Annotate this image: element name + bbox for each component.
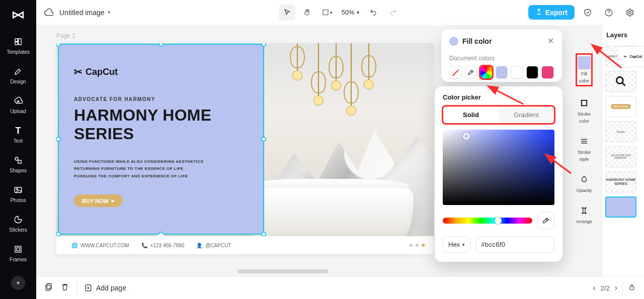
document-title[interactable]: Untitled image ▾: [59, 9, 111, 17]
arrange-tool[interactable]: Arrange: [576, 204, 592, 224]
app-logo[interactable]: [8, 6, 28, 26]
svg-point-11: [629, 11, 631, 14]
layer-thumb-selected[interactable]: [605, 196, 636, 218]
resize-handle[interactable]: [56, 43, 61, 47]
hex-input[interactable]: #bcc6f0: [475, 236, 554, 253]
settings-icon[interactable]: [622, 5, 638, 21]
hue-slider[interactable]: [443, 218, 532, 224]
cursor-tool-button[interactable]: [279, 5, 295, 21]
hue-thumb[interactable]: [495, 217, 502, 224]
doc-color-swatch[interactable]: [496, 66, 508, 79]
layer-thumb[interactable]: ✂ CapCut: [617, 46, 644, 67]
eyedropper-button[interactable]: [465, 66, 477, 79]
sidebar-label-upload: Upload: [10, 109, 26, 114]
layer-thumb[interactable]: [605, 71, 636, 92]
svg-rect-2: [15, 42, 18, 45]
doc-color-swatch[interactable]: [511, 66, 523, 79]
stroke-style-icon: [578, 135, 591, 148]
svg-rect-0: [15, 39, 18, 41]
sidebar-label-templates: Templates: [7, 49, 30, 55]
tab-gradient[interactable]: Gradient: [499, 107, 554, 123]
sv-thumb[interactable]: [463, 133, 470, 140]
stroke-color-tool[interactable]: Stroke color: [578, 96, 591, 124]
layer-thumb[interactable]: lamps: [605, 121, 636, 142]
sidebar-label-text: Text: [14, 138, 23, 144]
play-icon: ▸: [112, 197, 115, 204]
color-picker-swatch[interactable]: [480, 66, 493, 79]
sidebar-label-photos: Photos: [10, 197, 26, 203]
prev-page-button[interactable]: ‹: [593, 283, 595, 292]
doc-color-swatch[interactable]: [526, 66, 539, 79]
delete-button[interactable]: [60, 282, 69, 293]
pages-icon[interactable]: [44, 282, 53, 293]
saturation-value-field[interactable]: [443, 130, 554, 205]
templates-icon: [13, 36, 24, 47]
sidebar-item-stickers[interactable]: Stickers: [9, 214, 27, 233]
resize-handle[interactable]: [158, 43, 164, 47]
eyedropper-button[interactable]: [537, 212, 554, 229]
shield-icon[interactable]: [580, 5, 596, 21]
svg-rect-7: [15, 246, 21, 252]
sidebar-item-templates[interactable]: Templates: [7, 36, 30, 55]
arrange-icon: [578, 204, 591, 217]
add-page-button[interactable]: Add page: [84, 283, 126, 292]
undo-button[interactable]: [365, 5, 381, 21]
design-footer: 🌐WWW.CAPCUT.COM 📞+123 456-7890 👤@CAPCUT: [56, 236, 434, 254]
resize-handle[interactable]: [261, 137, 266, 142]
sidebar-more-button[interactable]: ▾: [11, 276, 25, 290]
lamp-image: [336, 43, 337, 85]
lamp-image: [351, 43, 352, 111]
layer-thumb[interactable]: HARMONY HOME SERIES: [605, 171, 636, 192]
next-page-button[interactable]: ›: [615, 283, 617, 292]
globe-icon: 🌐: [71, 243, 77, 248]
sidebar-item-frames[interactable]: Frames: [10, 244, 27, 262]
lamp-image: [368, 43, 369, 84]
sidebar-item-text[interactable]: T Text: [13, 125, 24, 144]
layers-title: Layers: [605, 29, 641, 42]
selected-shape[interactable]: ✂ CapCut ADVOCATE FOR HARMONY HARMONY HO…: [58, 44, 264, 235]
divider: [622, 282, 623, 294]
color-format-select[interactable]: Hex▾: [443, 236, 470, 253]
redo-button[interactable]: [385, 5, 401, 21]
layer-thumb[interactable]: ADVOCATE FOR HARMONY: [605, 146, 636, 167]
lamp-image: [297, 43, 298, 75]
svg-rect-4: [18, 160, 21, 163]
close-icon[interactable]: ✕: [547, 36, 554, 46]
canvas-page[interactable]: ✂ CapCut ADVOCATE FOR HARMONY HARMONY HO…: [56, 43, 434, 254]
sidebar-item-design[interactable]: Design: [10, 66, 26, 84]
sidebar-label-stickers: Stickers: [9, 227, 27, 233]
shapes-icon: [13, 155, 24, 166]
sidebar-item-shapes[interactable]: Shapes: [10, 155, 27, 173]
sidebar-label-shapes: Shapes: [10, 168, 27, 173]
no-fill-swatch[interactable]: [449, 66, 462, 79]
svg-rect-20: [46, 285, 50, 290]
top-toolbar: Untitled image ▾ ▾ 50%▾ Export: [36, 0, 644, 25]
export-button[interactable]: Export: [528, 5, 575, 20]
tab-solid[interactable]: Solid: [443, 107, 499, 123]
bathtub-image: [243, 179, 414, 244]
user-icon: 👤: [196, 243, 202, 248]
opacity-icon: [578, 173, 591, 186]
headline-text: HARMONY HOME SERIES: [74, 106, 211, 143]
crop-tool-button[interactable]: ▾: [319, 5, 335, 21]
color-picker-panel: Color picker Solid Gradient Hex▾ #bcc6f0: [435, 86, 562, 262]
svg-rect-22: [630, 286, 634, 289]
doc-color-swatch[interactable]: [541, 66, 554, 79]
resize-handle[interactable]: [56, 137, 61, 142]
zoom-level[interactable]: 50%▾: [339, 9, 361, 16]
fill-color-tool[interactable]: Fill color: [577, 54, 592, 85]
stroke-style-tool[interactable]: Stroke style: [578, 135, 591, 162]
cloud-sync-icon[interactable]: [42, 7, 54, 19]
sidebar-item-upload[interactable]: Upload: [10, 95, 26, 114]
layer-thumb[interactable]: BUY NOW: [605, 96, 636, 117]
help-icon[interactable]: [601, 5, 617, 21]
sidebar-item-photos[interactable]: Photos: [10, 184, 26, 203]
divider: [76, 282, 77, 294]
horizontal-scrollbar[interactable]: [237, 269, 328, 273]
opacity-tool[interactable]: Opacity: [577, 173, 592, 193]
color-picker-title: Color picker: [443, 93, 554, 101]
lock-button[interactable]: [628, 283, 636, 293]
svg-rect-1: [19, 39, 21, 45]
hand-tool-button[interactable]: [299, 5, 315, 21]
design-icon: [13, 66, 24, 77]
